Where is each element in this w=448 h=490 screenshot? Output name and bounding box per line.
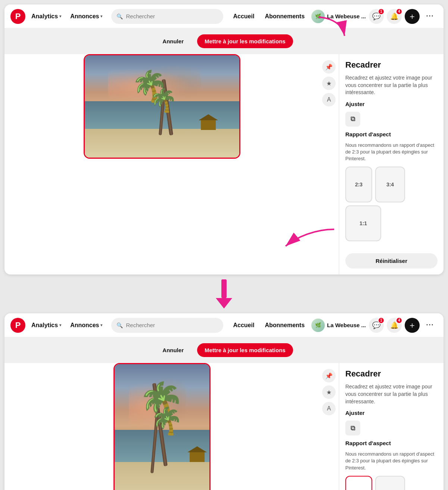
panel-body-bottom: 🌴 🌴 📌 ★ A Recadrer Recadrez et ajustez v… <box>4 363 444 490</box>
search-input[interactable] <box>126 13 218 19</box>
search-input-2[interactable] <box>126 322 218 328</box>
right-content-top: Recadrer Recadrez et ajustez votre image… <box>345 60 438 269</box>
ajuster-icon-bottom[interactable]: ⧉ <box>345 421 360 435</box>
star-icon-button-2[interactable]: ★ <box>322 385 336 399</box>
right-panel-top: Recadrer Recadrez et ajustez votre image… <box>339 54 444 275</box>
abonnements-link-2[interactable]: Abonnements <box>261 320 308 331</box>
reset-button-top[interactable]: Réinitialiser <box>345 253 438 269</box>
rapport-desc-bottom: Nous recommandons un rapport d'aspect de… <box>345 451 438 471</box>
message-badge: 1 <box>378 8 385 15</box>
recadrer-title-bottom: Recadrer <box>345 369 438 379</box>
more-button[interactable]: ··· <box>423 9 438 24</box>
recadrer-desc-bottom: Recadrez et ajustez votre image pour vou… <box>345 383 438 405</box>
image-area-bottom: 🌴 🌴 <box>4 363 319 490</box>
toolbar-top: Annuler Mettre à jour les modifications <box>4 28 444 54</box>
rapport-label-top: Rapport d'aspect <box>345 131 438 137</box>
analytics-chevron-2: ▾ <box>59 323 61 327</box>
search-bar-2[interactable]: 🔍 <box>111 318 223 333</box>
analytics-label: Analytics <box>31 13 58 20</box>
ratio-2-3-top[interactable]: 2:3 <box>345 167 372 202</box>
sand <box>85 129 239 158</box>
ratio-3-4-top[interactable]: 3:4 <box>375 167 405 202</box>
sand-2 <box>115 462 209 490</box>
side-icons-panel-2: 📌 ★ A <box>319 363 339 490</box>
ratio-2-3-bottom[interactable]: 2:3 <box>345 476 372 490</box>
crop-icon-button-2[interactable]: 📌 <box>322 369 336 382</box>
aspect-buttons-top: 2:3 3:4 1:1 <box>345 167 438 241</box>
arrow-shaft <box>221 279 227 298</box>
annonces-label: Annonces <box>70 13 99 20</box>
notifications-button[interactable]: 🔔 4 <box>387 9 402 24</box>
accueil-link[interactable]: Accueil <box>229 11 258 22</box>
messages-button[interactable]: 💬 1 <box>369 9 384 24</box>
ajuster-label-bottom: Ajuster <box>345 410 438 416</box>
annuler-button-top[interactable]: Annuler <box>155 34 191 48</box>
pinterest-logo[interactable]: P <box>10 9 25 24</box>
palm-leaves-2: 🌴 <box>149 89 177 112</box>
ratio-1-1-top[interactable]: 1:1 <box>345 205 381 241</box>
search-bar[interactable]: 🔍 <box>111 9 223 24</box>
beach-image-portrait: 🌴 🌴 <box>115 364 209 490</box>
annonces-menu[interactable]: Annonces ▾ <box>67 11 105 22</box>
ajuster-icon-top[interactable]: ⧉ <box>345 112 360 127</box>
notification-badge-2: 4 <box>396 317 402 324</box>
annonces-chevron-icon: ▾ <box>100 14 102 18</box>
image-area-top: 🌴 🌴 <box>4 54 319 275</box>
rapport-desc-top: Nous recommandons un rapport d'aspect de… <box>345 142 438 162</box>
annonces-menu-2[interactable]: Annonces ▾ <box>67 320 105 331</box>
rapport-label-bottom: Rapport d'aspect <box>345 440 438 446</box>
beach-image: 🌴 🌴 <box>85 55 239 158</box>
palm-leaves-portrait-2: 🌴 <box>150 408 183 434</box>
analytics-menu-2[interactable]: Analytics ▾ <box>28 320 64 331</box>
annuler-button-bottom[interactable]: Annuler <box>155 343 191 357</box>
add-button-2[interactable]: ＋ <box>405 318 420 333</box>
analytics-label-2: Analytics <box>31 322 58 329</box>
text-icon-button-2[interactable]: A <box>322 402 336 415</box>
update-button-top[interactable]: Mettre à jour les modifications <box>197 34 293 48</box>
navbar-bottom: P Analytics ▾ Annonces ▾ 🔍 Accueil Abonn… <box>4 313 444 337</box>
accueil-link-2[interactable]: Accueil <box>229 320 258 331</box>
text-icon-button[interactable]: A <box>322 93 336 106</box>
recadrer-desc-top: Recadrez et ajustez votre image pour vou… <box>345 74 438 96</box>
annonces-chevron-2: ▾ <box>100 323 102 327</box>
ajuster-label-top: Ajuster <box>345 101 438 107</box>
panel-body-top: 🌴 🌴 📌 ★ A Recadrer Recadrez et ajustez v… <box>4 54 444 275</box>
update-button-bottom[interactable]: Mettre à jour les modifications <box>197 343 293 357</box>
arrow-to-crop-icon <box>311 13 348 45</box>
search-icon-2: 🔍 <box>116 322 123 328</box>
toolbar-bottom: Annuler Mettre à jour les modifications <box>4 337 444 363</box>
panel-top: P Analytics ▾ Annonces ▾ 🔍 Accueil Abonn… <box>4 4 444 275</box>
navbar-top: P Analytics ▾ Annonces ▾ 🔍 Accueil Abonn… <box>4 4 444 28</box>
avatar-2[interactable]: 🌿 <box>311 319 325 332</box>
analytics-menu[interactable]: Analytics ▾ <box>28 11 64 22</box>
more-button-2[interactable]: ··· <box>423 318 438 333</box>
image-crop-portrait[interactable]: 🌴 🌴 <box>113 363 211 490</box>
analytics-chevron-icon: ▾ <box>59 14 61 18</box>
abonnements-link[interactable]: Abonnements <box>261 11 308 22</box>
star-icon-button[interactable]: ★ <box>322 77 336 90</box>
panel-bottom: P Analytics ▾ Annonces ▾ 🔍 Accueil Abonn… <box>4 313 444 490</box>
right-panel-bottom: Recadrer Recadrez et ajustez votre image… <box>339 363 444 490</box>
pinterest-logo-2[interactable]: P <box>10 318 25 333</box>
add-button[interactable]: ＋ <box>405 9 420 24</box>
right-content-bottom: Recadrer Recadrez et ajustez votre image… <box>345 369 438 490</box>
image-crop-landscape[interactable]: 🌴 🌴 <box>84 54 240 159</box>
recadrer-title-top: Recadrer <box>345 60 438 70</box>
arrow-to-ratio <box>278 226 338 249</box>
notifications-button-2[interactable]: 🔔 4 <box>387 318 402 333</box>
aspect-buttons-bottom: 2:3 3:4 1:1 <box>345 476 438 490</box>
message-badge-2: 1 <box>378 317 385 324</box>
annonces-label-2: Annonces <box>70 322 99 329</box>
search-icon: 🔍 <box>116 13 123 19</box>
between-panels-arrow <box>0 279 448 309</box>
messages-button-2[interactable]: 💬 1 <box>369 318 384 333</box>
hut-2 <box>190 452 205 462</box>
notification-badge: 4 <box>396 8 402 15</box>
hut <box>201 120 216 130</box>
down-arrow <box>216 279 232 308</box>
arrow-head <box>216 298 232 308</box>
crop-icon-button[interactable]: 📌 <box>322 60 336 74</box>
user-name-2: La Webeuse ... <box>327 322 366 328</box>
ratio-3-4-bottom[interactable]: 3:4 <box>375 476 405 490</box>
